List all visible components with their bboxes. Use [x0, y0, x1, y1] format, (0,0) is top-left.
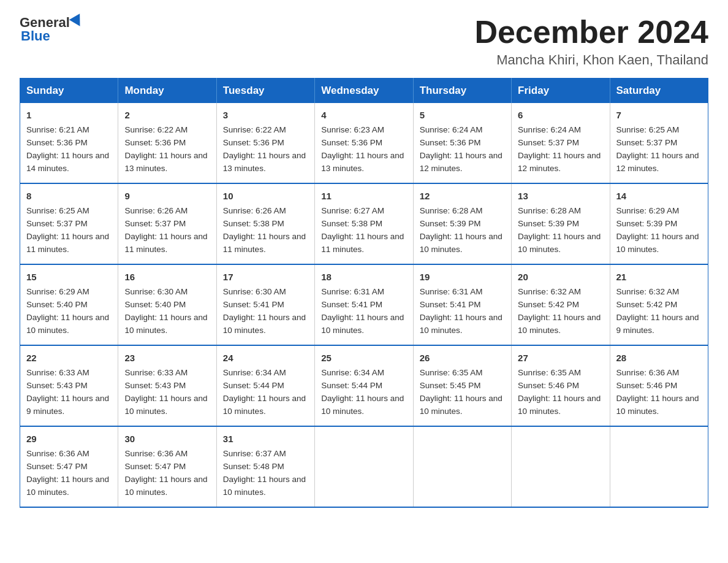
calendar-cell: 28Sunrise: 6:36 AMSunset: 5:46 PMDayligh…: [610, 345, 708, 426]
logo: General Blue: [20, 15, 83, 44]
day-number: 10: [223, 189, 308, 203]
day-number: 22: [26, 351, 112, 365]
logo-triangle-icon: [69, 13, 85, 29]
calendar-cell: 9Sunrise: 6:26 AMSunset: 5:37 PMDaylight…: [118, 183, 216, 264]
calendar-cell: 25Sunrise: 6:34 AMSunset: 5:44 PMDayligh…: [315, 345, 413, 426]
day-number: 21: [616, 270, 702, 284]
calendar-cell: 26Sunrise: 6:35 AMSunset: 5:45 PMDayligh…: [413, 345, 511, 426]
calendar-cell: 16Sunrise: 6:30 AMSunset: 5:40 PMDayligh…: [118, 264, 216, 345]
day-number: 16: [124, 270, 210, 284]
day-number: 28: [616, 351, 702, 365]
calendar-table: SundayMondayTuesdayWednesdayThursdayFrid…: [20, 78, 708, 508]
calendar-cell: 21Sunrise: 6:32 AMSunset: 5:42 PMDayligh…: [610, 264, 708, 345]
calendar-cell: 15Sunrise: 6:29 AMSunset: 5:40 PMDayligh…: [20, 264, 118, 345]
calendar-cell: 22Sunrise: 6:33 AMSunset: 5:43 PMDayligh…: [20, 345, 118, 426]
day-number: 26: [420, 351, 505, 365]
day-number: 7: [616, 108, 702, 122]
calendar-cell: 11Sunrise: 6:27 AMSunset: 5:38 PMDayligh…: [315, 183, 413, 264]
day-number: 1: [26, 108, 112, 122]
location-subtitle: Mancha Khiri, Khon Kaen, Thailand: [474, 52, 708, 68]
calendar-week-3: 15Sunrise: 6:29 AMSunset: 5:40 PMDayligh…: [20, 264, 708, 345]
day-number: 27: [518, 351, 603, 365]
calendar-cell: 6Sunrise: 6:24 AMSunset: 5:37 PMDaylight…: [512, 103, 610, 183]
calendar-cell: 5Sunrise: 6:24 AMSunset: 5:36 PMDaylight…: [413, 103, 511, 183]
day-number: 4: [321, 108, 406, 122]
day-number: 14: [616, 189, 702, 203]
header-monday: Monday: [118, 79, 216, 104]
day-number: 3: [223, 108, 308, 122]
calendar-cell: 8Sunrise: 6:25 AMSunset: 5:37 PMDaylight…: [20, 183, 118, 264]
calendar-cell: 1Sunrise: 6:21 AMSunset: 5:36 PMDaylight…: [20, 103, 118, 183]
calendar-cell: 20Sunrise: 6:32 AMSunset: 5:42 PMDayligh…: [512, 264, 610, 345]
calendar-week-4: 22Sunrise: 6:33 AMSunset: 5:43 PMDayligh…: [20, 345, 708, 426]
day-number: 17: [223, 270, 308, 284]
day-number: 19: [420, 270, 505, 284]
calendar-cell: 30Sunrise: 6:36 AMSunset: 5:47 PMDayligh…: [118, 426, 216, 507]
page-header: General Blue December 2024 Mancha Khiri,…: [20, 15, 708, 68]
calendar-cell: [512, 426, 610, 507]
day-number: 5: [420, 108, 505, 122]
calendar-week-2: 8Sunrise: 6:25 AMSunset: 5:37 PMDaylight…: [20, 183, 708, 264]
day-number: 31: [223, 432, 308, 446]
day-number: 18: [321, 270, 406, 284]
day-number: 13: [518, 189, 603, 203]
day-number: 15: [26, 270, 112, 284]
calendar-cell: [413, 426, 511, 507]
day-number: 24: [223, 351, 308, 365]
calendar-cell: 17Sunrise: 6:30 AMSunset: 5:41 PMDayligh…: [216, 264, 314, 345]
calendar-cell: [610, 426, 708, 507]
day-number: 8: [26, 189, 112, 203]
calendar-cell: 7Sunrise: 6:25 AMSunset: 5:37 PMDaylight…: [610, 103, 708, 183]
calendar-cell: 14Sunrise: 6:29 AMSunset: 5:39 PMDayligh…: [610, 183, 708, 264]
calendar-cell: 2Sunrise: 6:22 AMSunset: 5:36 PMDaylight…: [118, 103, 216, 183]
calendar-cell: 24Sunrise: 6:34 AMSunset: 5:44 PMDayligh…: [216, 345, 314, 426]
day-number: 6: [518, 108, 603, 122]
calendar-cell: 31Sunrise: 6:37 AMSunset: 5:48 PMDayligh…: [216, 426, 314, 507]
header-tuesday: Tuesday: [216, 79, 314, 104]
calendar-cell: 4Sunrise: 6:23 AMSunset: 5:36 PMDaylight…: [315, 103, 413, 183]
logo-blue-text: Blue: [21, 28, 50, 44]
day-number: 11: [321, 189, 406, 203]
calendar-cell: 23Sunrise: 6:33 AMSunset: 5:43 PMDayligh…: [118, 345, 216, 426]
calendar-header-row: SundayMondayTuesdayWednesdayThursdayFrid…: [20, 79, 708, 104]
calendar-cell: 13Sunrise: 6:28 AMSunset: 5:39 PMDayligh…: [512, 183, 610, 264]
day-number: 12: [420, 189, 505, 203]
day-number: 25: [321, 351, 406, 365]
header-saturday: Saturday: [610, 79, 708, 104]
day-number: 29: [26, 432, 112, 446]
calendar-week-5: 29Sunrise: 6:36 AMSunset: 5:47 PMDayligh…: [20, 426, 708, 507]
day-number: 30: [124, 432, 210, 446]
title-block: December 2024 Mancha Khiri, Khon Kaen, T…: [474, 15, 708, 68]
calendar-cell: [315, 426, 413, 507]
calendar-cell: 10Sunrise: 6:26 AMSunset: 5:38 PMDayligh…: [216, 183, 314, 264]
header-wednesday: Wednesday: [315, 79, 413, 104]
day-number: 20: [518, 270, 603, 284]
calendar-cell: 12Sunrise: 6:28 AMSunset: 5:39 PMDayligh…: [413, 183, 511, 264]
header-sunday: Sunday: [20, 79, 118, 104]
calendar-cell: 19Sunrise: 6:31 AMSunset: 5:41 PMDayligh…: [413, 264, 511, 345]
day-number: 23: [124, 351, 210, 365]
header-friday: Friday: [512, 79, 610, 104]
calendar-cell: 3Sunrise: 6:22 AMSunset: 5:36 PMDaylight…: [216, 103, 314, 183]
header-thursday: Thursday: [413, 79, 511, 104]
month-title: December 2024: [474, 15, 708, 50]
calendar-week-1: 1Sunrise: 6:21 AMSunset: 5:36 PMDaylight…: [20, 103, 708, 183]
calendar-cell: 18Sunrise: 6:31 AMSunset: 5:41 PMDayligh…: [315, 264, 413, 345]
calendar-cell: 29Sunrise: 6:36 AMSunset: 5:47 PMDayligh…: [20, 426, 118, 507]
calendar-cell: 27Sunrise: 6:35 AMSunset: 5:46 PMDayligh…: [512, 345, 610, 426]
day-number: 9: [124, 189, 210, 203]
day-number: 2: [124, 108, 210, 122]
